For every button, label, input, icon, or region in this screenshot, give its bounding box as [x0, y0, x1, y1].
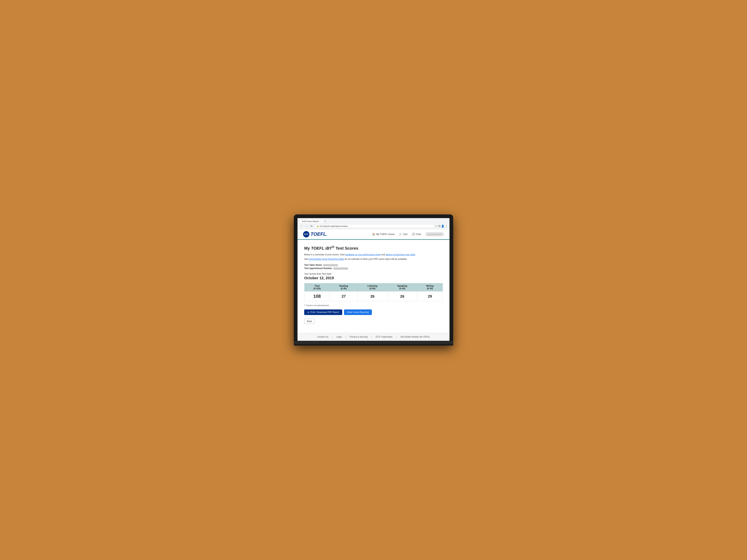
title-sup: ®: [332, 245, 335, 249]
print-label: Print / Download PDF Report: [310, 311, 339, 314]
navigation-bar: ← → ↻ 🔒 v2.ereg.ets.org/ereg/scorerepo..…: [300, 224, 447, 228]
desc2-suffix: for an estimate of when your PDF score r…: [344, 258, 407, 260]
score-table: Total (0-120) Reading (0-30) Listening (…: [304, 283, 443, 301]
desc1-prefix: Below is a summary of your scores. View: [304, 254, 345, 256]
total-header-range: (0-120): [313, 287, 321, 290]
description-1: Below is a summary of your scores. View …: [304, 253, 443, 256]
new-tab-button[interactable]: +: [323, 219, 327, 223]
reading-header: Reading (0-30): [330, 283, 358, 292]
desc1-suffix: .: [415, 254, 416, 256]
cart-link[interactable]: 🛒 Cart: [399, 233, 408, 236]
ets-logo: ETS: [303, 231, 309, 237]
site-header: ETS TOEFL. 🏠 My TOEFL Home 🛒 Cart 💬 Chat: [298, 229, 449, 240]
privacy-security-link[interactable]: Privacy & Security: [350, 336, 368, 338]
chat-icon: 💬: [412, 233, 415, 236]
scores-from-label: Your Scores from Test Date:: [304, 273, 443, 275]
total-header-label: Total: [314, 285, 319, 287]
cart-label: Cart: [403, 233, 408, 236]
legal-link[interactable]: Legal: [336, 336, 342, 338]
speaking-header-range: (0-30): [399, 287, 405, 290]
home-icon: 🏠: [372, 233, 375, 236]
menu-icon[interactable]: ⋮: [445, 224, 447, 228]
table-header-row: Total (0-120) Reading (0-30) Listening (…: [304, 283, 443, 292]
laptop-frame: Toefl Score Report × + ← → ↻ 🔒 v2.ereg.e…: [294, 214, 453, 346]
taker-name-row: Test Taker Name:: [304, 264, 443, 266]
appointment-label: Test Appointment Number:: [304, 267, 333, 270]
back-button[interactable]: ←: [300, 224, 304, 228]
reload-button[interactable]: ↻: [310, 224, 313, 228]
speaking-header-label: Speaking: [397, 285, 407, 287]
desc1-mid: and: [381, 254, 386, 256]
laptop-screen: Toefl Score Report × + ← → ↻ 🔒 v2.ereg.e…: [297, 218, 450, 341]
contact-us-link[interactable]: Contact Us: [317, 336, 328, 338]
total-header: Total (0-120): [304, 283, 330, 292]
extensions-icon[interactable]: ⧉: [439, 224, 440, 228]
laptop-bottom: [297, 344, 450, 346]
description-2: See Approximate Score Reporting Dates fo…: [304, 258, 443, 261]
performance-level-link[interactable]: feedback on your performance level: [345, 254, 381, 256]
my-toefl-home-link[interactable]: 🏠 My TOEFL Home: [372, 233, 395, 236]
nav-actions: ☆ ⧉ 👤 ⋮: [435, 224, 447, 228]
print-download-button[interactable]: 🖨 Print / Download PDF Report: [304, 310, 342, 315]
title-suffix: Test Scores: [334, 246, 358, 250]
home-label: My TOEFL Home: [376, 233, 395, 236]
toefl-text: TOEFL: [310, 231, 326, 237]
lock-icon: 🔒: [317, 225, 319, 227]
tab-bar: Toefl Score Report × +: [300, 219, 447, 223]
logo-dot: .: [326, 231, 328, 237]
action-buttons: 🖨 Print / Download PDF Report Order Scor…: [304, 310, 443, 315]
header-navigation: 🏠 My TOEFL Home 🛒 Cart 💬 Chat ——————: [372, 232, 444, 236]
taker-name-value: [323, 264, 338, 266]
title-italic: TOEFL iBT: [311, 246, 332, 250]
address-bar[interactable]: 🔒 v2.ereg.ets.org/ereg/scorerepo...: [315, 224, 434, 228]
reading-header-label: Reading: [339, 285, 348, 287]
score-row: 108 27 26 26 29: [304, 292, 443, 301]
laptop-base: [294, 341, 453, 344]
title-prefix: My: [304, 246, 311, 250]
bookmark-icon[interactable]: ☆: [435, 224, 438, 228]
order-score-report-button[interactable]: Order Score Report(s): [344, 310, 372, 315]
appointment-value: [333, 267, 348, 270]
main-content: My TOEFL iBT® Test Scores Below is a sum…: [298, 240, 449, 333]
writing-header-label: Writing: [426, 285, 434, 287]
reading-score: 27: [330, 292, 358, 301]
back-button[interactable]: Back: [304, 319, 315, 324]
appointment-row: Test Appointment Number:: [304, 267, 443, 270]
toefl-logo: TOEFL.: [310, 231, 328, 237]
total-score: 108: [304, 292, 330, 301]
writing-header-range: (0-30): [427, 287, 433, 290]
chat-label: Chat: [416, 233, 421, 236]
profile-icon[interactable]: 👤: [441, 224, 444, 228]
forward-button[interactable]: →: [305, 224, 309, 228]
speaking-score: 26: [387, 292, 417, 301]
writing-score: 29: [417, 292, 443, 301]
chat-link[interactable]: 💬 Chat: [412, 233, 421, 236]
desc2-prefix: See: [304, 258, 309, 260]
ets-trademarks-link[interactable]: ETS Trademarks: [376, 336, 392, 338]
speaking-header: Speaking (0-30): [387, 283, 417, 292]
tab-close-button[interactable]: ×: [320, 220, 321, 222]
site-footer: Contact Us | Legal | Privacy & Security …: [298, 333, 449, 341]
browser-chrome: Toefl Score Report × + ← → ↻ 🔒 v2.ereg.e…: [298, 218, 449, 229]
page-title: My TOEFL iBT® Test Scores: [304, 245, 443, 251]
listening-header-range: (0-30): [369, 287, 375, 290]
listening-score: 26: [358, 292, 387, 301]
improving-skills-link[interactable]: advice to improving your skills: [386, 254, 415, 256]
listening-header: Listening (0-30): [358, 283, 387, 292]
writing-header: Writing (0-30): [417, 283, 443, 292]
test-taker-info: Test Taker Name: Test Appointment Number…: [304, 264, 443, 270]
active-tab[interactable]: Toefl Score Report ×: [300, 219, 323, 223]
tab-title: Toefl Score Report: [302, 220, 319, 222]
url-text: v2.ereg.ets.org/ereg/scorerepo...: [319, 225, 349, 227]
reading-header-range: (0-30): [341, 287, 346, 290]
test-date: October 12, 2019: [304, 276, 443, 280]
footnote: ** Section not administered: [304, 304, 443, 306]
taker-name-label: Test Taker Name:: [304, 264, 323, 266]
score-reporting-dates-link[interactable]: Approximate Score Reporting Dates: [309, 258, 344, 260]
adobe-reader-link[interactable]: Get Adobe Reader (for PDFs): [401, 336, 430, 338]
listening-header-label: Listening: [367, 285, 378, 287]
profile-badge[interactable]: ——————: [426, 232, 444, 236]
cart-icon: 🛒: [399, 233, 402, 236]
logo: ETS TOEFL.: [303, 231, 328, 237]
print-icon: 🖨: [307, 311, 309, 314]
